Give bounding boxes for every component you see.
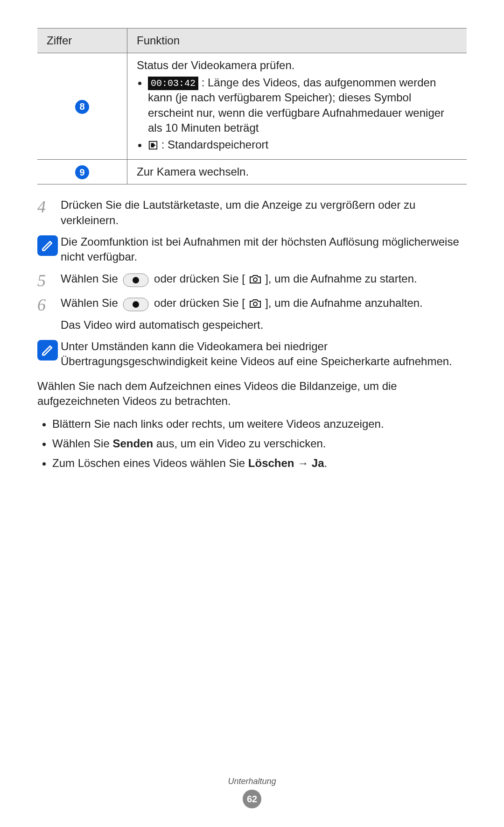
row-number-badge: 8 bbox=[75, 100, 89, 114]
note-storage-speed: Unter Umständen kann die Videokamera bei… bbox=[37, 339, 467, 369]
svg-rect-1 bbox=[151, 143, 154, 148]
note-icon bbox=[37, 234, 61, 256]
bold-ja: Ja bbox=[312, 457, 324, 469]
table-row: 9 Zur Kamera wechseln. bbox=[37, 159, 467, 184]
svg-point-6 bbox=[253, 278, 257, 282]
step-number: 5 bbox=[37, 271, 61, 289]
bullet-text: : Standardspeicherort bbox=[161, 138, 268, 151]
document-page: Ziffer Funktion 8 Status der Videokamera… bbox=[0, 0, 504, 827]
record-button-icon bbox=[123, 273, 149, 289]
table-bullet: : Standardspeicherort bbox=[148, 137, 458, 152]
text-fragment: oder drücken Sie [ bbox=[154, 297, 245, 309]
list-item: Zum Löschen eines Videos wählen Sie Lösc… bbox=[52, 456, 467, 471]
camera-icon bbox=[249, 297, 265, 309]
video-duration-icon: 00:03:42 bbox=[148, 77, 198, 90]
text-fragment: aus, um ein Video zu verschicken. bbox=[153, 437, 326, 450]
record-button-icon bbox=[123, 297, 149, 313]
text-fragment: Wählen Sie bbox=[61, 272, 121, 285]
text-fragment: ], um die Aufnahme anzuhalten. bbox=[265, 297, 423, 309]
text-fragment: Zum Löschen eines Videos wählen Sie bbox=[52, 457, 248, 469]
bold-loeschen: Löschen bbox=[248, 457, 294, 469]
list-item: Blättern Sie nach links oder rechts, um … bbox=[52, 417, 467, 431]
note-icon bbox=[37, 339, 61, 360]
step-6: 6 Wählen Sie oder drücken Sie [ ], um di… bbox=[37, 296, 467, 332]
svg-point-5 bbox=[133, 277, 139, 283]
svg-marker-2 bbox=[154, 144, 156, 147]
text-fragment: oder drücken Sie [ bbox=[154, 272, 245, 285]
step-5: 5 Wählen Sie oder drücken Sie [ ], um di… bbox=[37, 271, 467, 289]
text-fragment: Wählen Sie bbox=[52, 437, 112, 450]
step-text: Drücken Sie die Lautstärketaste, um die … bbox=[61, 198, 467, 228]
after-recording-paragraph: Wählen Sie nach dem Aufzeichnen eines Vi… bbox=[37, 379, 467, 409]
table-header-ziffer: Ziffer bbox=[37, 28, 127, 53]
text-fragment: . bbox=[324, 457, 328, 469]
note-text: Unter Umständen kann die Videokamera bei… bbox=[61, 339, 467, 369]
function-table: Ziffer Funktion 8 Status der Videokamera… bbox=[37, 28, 467, 184]
text-fragment: Wählen Sie bbox=[61, 297, 121, 309]
svg-point-8 bbox=[133, 301, 139, 308]
step-number: 4 bbox=[37, 198, 61, 215]
note-text: Die Zoomfunktion ist bei Aufnahmen mit d… bbox=[61, 234, 467, 265]
step-4: 4 Drücken Sie die Lautstärketaste, um di… bbox=[37, 198, 467, 228]
footer-section-title: Unterhaltung bbox=[0, 776, 504, 787]
row-number-badge: 9 bbox=[75, 165, 89, 179]
step-text: Wählen Sie oder drücken Sie [ ], um die … bbox=[61, 271, 467, 289]
step-number: 6 bbox=[37, 296, 61, 313]
row-title: Status der Videokamera prüfen. bbox=[137, 58, 458, 73]
list-item: Wählen Sie Senden aus, um ein Video zu v… bbox=[52, 436, 467, 451]
after-recording-bullets: Blättern Sie nach links oder rechts, um … bbox=[37, 417, 467, 471]
camera-icon bbox=[249, 272, 265, 285]
table-bullet: 00:03:42 : Länge des Videos, das aufgeno… bbox=[148, 75, 458, 136]
note-zoom: Die Zoomfunktion ist bei Aufnahmen mit d… bbox=[37, 234, 467, 265]
row-text: Zur Kamera wechseln. bbox=[127, 159, 467, 184]
table-row: 8 Status der Videokamera prüfen. 00:03:4… bbox=[37, 53, 467, 159]
step-text: Wählen Sie oder drücken Sie [ ], um die … bbox=[61, 296, 467, 332]
bold-senden: Senden bbox=[112, 437, 153, 450]
step-subtext: Das Video wird automatisch gespeichert. bbox=[61, 318, 467, 332]
svg-point-9 bbox=[253, 302, 257, 306]
table-header-funktion: Funktion bbox=[127, 28, 467, 53]
page-footer: Unterhaltung 62 bbox=[0, 776, 504, 808]
page-number: 62 bbox=[243, 790, 261, 808]
storage-location-icon bbox=[148, 138, 161, 151]
text-fragment: ], um die Aufnahme zu starten. bbox=[265, 272, 417, 285]
text-fragment: → bbox=[294, 457, 312, 469]
